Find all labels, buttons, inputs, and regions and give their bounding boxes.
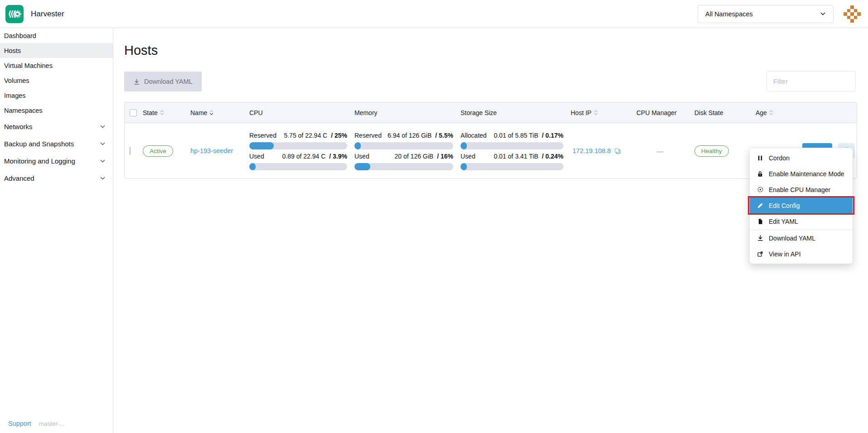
sidebar-item-advanced[interactable]: Advanced (0, 169, 113, 187)
memory-used-value: 20 of 126 GiB (395, 153, 434, 160)
name-cell: hp-193-seeder (190, 147, 249, 154)
sort-carets-icon (769, 110, 773, 115)
host-ip-cell: 172.19.108.8 (571, 147, 636, 154)
sidebar-item-volumes[interactable]: Volumes (0, 73, 113, 88)
sidebar-item-backup-and-snapshots[interactable]: Backup and Snapshots (0, 135, 113, 152)
cpu-cell: Reserved 5.75 of 22.94 C / 25% Used 0.89… (249, 132, 354, 170)
download-icon (756, 235, 764, 241)
page-title: Hosts (124, 43, 158, 58)
sidebar-item-networks[interactable]: Networks (0, 118, 113, 135)
chevron-down-icon (100, 141, 106, 147)
memory-reserved-label: Reserved (354, 132, 382, 139)
state-badge: Active (143, 145, 173, 157)
storage-allocated-label: Allocated (461, 132, 487, 139)
chevron-down-icon (820, 11, 826, 17)
sidebar-item-images[interactable]: Images (0, 88, 113, 103)
storage-allocated-value: 0.01 of 5.85 TiB (494, 132, 538, 139)
storage-used-bar-fill (461, 163, 467, 170)
sort-carets-icon (209, 110, 213, 115)
menu-item-view-in-api[interactable]: View in API (750, 246, 853, 262)
memory-reserved-percent: / 5.5% (435, 132, 453, 139)
column-header-host-ip[interactable]: Host IP (571, 109, 636, 116)
user-avatar[interactable] (844, 5, 861, 23)
cpu-reserved-bar (249, 142, 347, 149)
main-content: Hosts Download YAML StateNameCPUMemorySt… (113, 28, 868, 433)
column-label: Disk State (694, 109, 723, 116)
column-header-disk-state: Disk State (694, 109, 756, 116)
column-header-cpu: CPU (249, 109, 354, 116)
table-row: Active hp-193-seeder Reserved 5.75 of 22… (125, 123, 857, 178)
sort-carets-icon (594, 110, 598, 115)
sidebar-item-namespaces[interactable]: Namespaces (0, 103, 113, 118)
memory-reserved-bar-fill (354, 142, 361, 149)
column-label: State (143, 109, 158, 116)
sidebar-item-label: Networks (4, 123, 33, 130)
top-header: Harvester All Namespaces (0, 0, 868, 28)
sidebar-item-dashboard[interactable]: Dashboard (0, 28, 113, 43)
menu-item-enable-cpu-manager[interactable]: Enable CPU Manager (750, 182, 853, 197)
host-ip-link[interactable]: 172.19.108.8 (572, 147, 611, 154)
copy-icon[interactable] (614, 148, 621, 154)
column-label: Age (756, 109, 767, 116)
memory-reserved-value: 6.94 of 126 GiB (388, 132, 432, 139)
download-yaml-label: Download YAML (144, 78, 193, 85)
sidebar-footer: Support master-... (0, 420, 113, 427)
pause-icon (756, 155, 764, 161)
column-label: Name (190, 109, 207, 116)
sidebar-item-hosts[interactable]: Hosts (0, 43, 113, 58)
menu-item-edit-yaml[interactable]: Edit YAML (750, 213, 853, 229)
menu-item-label: Enable CPU Manager (769, 186, 830, 193)
state-cell: Active (143, 145, 190, 157)
menu-item-cordon[interactable]: Cordon (750, 150, 853, 166)
column-label: Memory (354, 109, 378, 116)
support-link[interactable]: Support (8, 420, 31, 427)
column-header-cpu-manager: CPU Manager (636, 109, 694, 116)
cpu-reserved-value: 5.75 of 22.94 C (284, 132, 327, 139)
cpu-reserved-label: Reserved (249, 132, 276, 139)
download-icon (133, 78, 140, 85)
brand: Harvester (5, 5, 64, 23)
row-checkbox[interactable] (130, 147, 131, 155)
memory-used-label: Used (354, 153, 369, 160)
column-header-age[interactable]: Age (756, 109, 794, 116)
column-header-state[interactable]: State (143, 109, 190, 116)
column-header-name[interactable]: Name (190, 109, 249, 116)
cpu-used-bar-fill (249, 163, 256, 170)
namespace-selector[interactable]: All Namespaces (698, 5, 834, 23)
select-all-checkbox[interactable] (130, 109, 137, 116)
cpu-manager-cell: — (636, 147, 694, 155)
sidebar-item-label: Backup and Snapshots (4, 140, 74, 148)
sidebar-item-label: Hosts (4, 47, 21, 54)
sidebar-item-monitoring-and-logging[interactable]: Monitoring and Logging (0, 152, 113, 169)
download-yaml-button[interactable]: Download YAML (124, 72, 202, 91)
row-checkbox-cell (125, 147, 143, 154)
header-checkbox-cell (125, 109, 143, 116)
column-header-memory: Memory (354, 109, 461, 116)
sidebar-item-label: Advanced (4, 174, 34, 182)
storage-allocated-bar (461, 142, 563, 149)
sidebar-item-label: Volumes (4, 77, 29, 84)
menu-item-enable-maintenance-mode[interactable]: Enable Maintenance Mode (750, 166, 853, 182)
lock-icon (756, 171, 764, 177)
external-link-icon (756, 251, 764, 257)
disk-state-badge: Healthy (694, 145, 729, 157)
cpu-used-label: Used (249, 153, 264, 160)
sidebar-item-label: Virtual Machines (4, 62, 53, 69)
sidebar-item-virtual-machines[interactable]: Virtual Machines (0, 58, 113, 73)
menu-item-edit-config[interactable]: Edit Config (750, 197, 853, 213)
host-name-link[interactable]: hp-193-seeder (190, 147, 233, 154)
storage-allocated-percent: / 0.17% (542, 132, 563, 139)
filter-input[interactable] (766, 71, 856, 91)
chevron-down-icon (100, 158, 106, 164)
menu-item-label: Enable Maintenance Mode (769, 170, 844, 178)
column-label: CPU (249, 109, 263, 116)
storage-used-value: 0.01 of 3.41 TiB (494, 153, 538, 160)
sidebar-item-label: Namespaces (4, 107, 43, 114)
sidebar: DashboardHostsVirtual MachinesVolumesIma… (0, 28, 113, 433)
column-header-storage-size: Storage Size (461, 109, 571, 116)
menu-item-download-yaml[interactable]: Download YAML (750, 230, 853, 246)
sidebar-item-label: Monitoring and Logging (4, 157, 75, 165)
menu-item-label: Edit YAML (769, 218, 798, 225)
column-label: Storage Size (461, 109, 497, 116)
cpu-reserved-percent: / 25% (331, 132, 347, 139)
